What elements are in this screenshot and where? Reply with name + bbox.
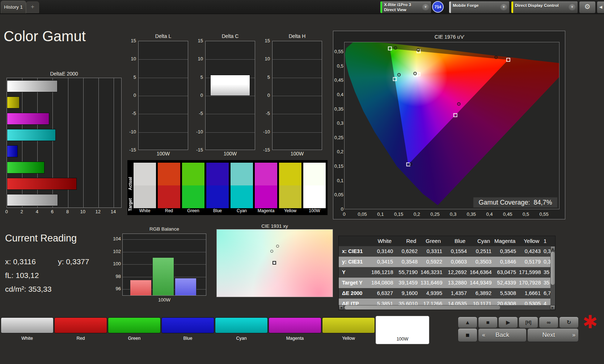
alert-asterisk-icon[interactable]: ✱ xyxy=(583,312,598,333)
swatch-target-red xyxy=(158,185,180,208)
pattern-up-button[interactable]: ▲ xyxy=(458,317,477,328)
chevron-down-icon[interactable]: ▼ xyxy=(569,4,576,10)
rgb-y-tick: 100 xyxy=(109,261,121,266)
delta-gridline xyxy=(139,132,188,133)
pattern-window-button[interactable]: ■ xyxy=(458,328,477,342)
pattern-button-yellow[interactable] xyxy=(322,317,375,333)
table-cell: 171,5998 xyxy=(519,267,544,278)
pattern-button-label: Blue xyxy=(161,336,214,341)
delta-chart-2 xyxy=(205,41,255,150)
table-vscrollbar-thumb[interactable] xyxy=(551,252,555,285)
swatch-actual-100w xyxy=(303,163,326,185)
table-scroll-right-arrow[interactable]: ► xyxy=(550,305,555,310)
delta-gridline xyxy=(273,78,322,78)
tab-history-1[interactable]: History 1 xyxy=(1,1,26,13)
table-cell: 12,2692 xyxy=(445,267,470,278)
deltae-x-tick: 6 xyxy=(48,209,56,214)
pattern-h-button[interactable]: [H] xyxy=(519,317,538,328)
settings-gear-button[interactable]: ⚙ xyxy=(579,1,596,13)
stop-button[interactable]: ■ xyxy=(478,317,498,328)
pattern-button-cyan[interactable] xyxy=(215,317,268,333)
table-cell: 9,1600 xyxy=(396,288,421,299)
pattern-button-blue[interactable] xyxy=(161,317,214,333)
deltae-bar-cyan xyxy=(7,129,56,141)
rgb-gridline xyxy=(123,239,206,240)
table-row-target-y: Target Y184,080839,1459131,646913,288014… xyxy=(339,278,550,288)
swatch-target-white xyxy=(134,185,156,208)
chevron-down-icon[interactable]: ▼ xyxy=(500,4,507,10)
table-row-label: Target Y xyxy=(339,278,371,288)
pattern-button-label: 100W xyxy=(376,337,429,342)
top-bar: History 1 + X-Rite i1Pro 3Direct View ▼ … xyxy=(0,0,604,14)
table-cell: 39,1459 xyxy=(396,278,421,288)
delta-y-tick: 10 xyxy=(258,56,270,61)
table-cell: 13,2880 xyxy=(445,278,470,288)
swatch-target-green xyxy=(182,185,204,208)
table-hscrollbar-thumb[interactable] xyxy=(345,305,500,309)
meter-label: X-Rite i1Pro 3Direct View xyxy=(384,2,411,12)
table-cell: 0,1554 xyxy=(445,246,470,257)
cie76-y-tick: 0,55 xyxy=(330,49,343,54)
measurement-table: WhiteRedGreenBlueCyanMagentaYellow1x: CI… xyxy=(338,236,556,310)
pattern-button-magenta[interactable] xyxy=(269,317,321,333)
delta-y-tick: 15 xyxy=(124,38,136,43)
delta-y-tick: 0 xyxy=(191,93,203,98)
stop-icon: ■ xyxy=(486,319,489,325)
infinite-loop-button[interactable]: ∞ xyxy=(539,317,558,328)
table-scroll-left-arrow[interactable]: ◄ xyxy=(339,305,344,310)
cie-1976-markers xyxy=(345,42,559,209)
workflow-dropdown[interactable]: Direct Display Control ▼ xyxy=(511,1,578,13)
table-scroll-up-arrow[interactable]: ▲ xyxy=(550,246,555,251)
cie76-y-tick: 0,3 xyxy=(330,120,343,126)
target-square-green xyxy=(388,47,392,50)
delta-x-label: 100W xyxy=(205,151,255,157)
pattern-button-100w[interactable]: 100W xyxy=(376,316,429,344)
chevron-down-icon[interactable]: ▼ xyxy=(422,4,429,10)
swatch-actual-magenta xyxy=(255,163,277,185)
meter-dropdown[interactable]: X-Rite i1Pro 3Direct View ▼ xyxy=(380,1,431,13)
table-col-header-green: Green xyxy=(421,236,445,246)
cie76-x-tick: 0,05 xyxy=(356,211,369,217)
swatch-label: Green xyxy=(182,208,204,213)
refresh-button[interactable]: ↻ xyxy=(559,317,579,328)
rgb-bar-blue xyxy=(175,278,197,296)
deltae-gridline xyxy=(83,78,84,207)
measured-circle-white xyxy=(414,72,417,75)
reading-cdm2: cd/m²: 353,33 xyxy=(5,285,51,294)
rgb-balance-chart xyxy=(122,234,206,296)
table-row--e-itp: ΔE ITP5,385135,601017,126614,053510,1171… xyxy=(339,299,550,305)
table-row-x-cie31: x: CIE310,31400,62620,33110,15540,25110,… xyxy=(339,246,550,257)
workflow-status-stripe xyxy=(511,1,513,13)
cie76-y-tick: 0,05 xyxy=(330,192,343,197)
delta-gridline xyxy=(206,59,255,60)
delta-y-tick: 5 xyxy=(124,74,136,80)
table-clip: WhiteRedGreenBlueCyanMagentaYellow1x: CI… xyxy=(339,236,550,305)
next-button[interactable]: Next» xyxy=(527,328,579,342)
cie76-x-tick: 0 xyxy=(338,211,351,217)
deltae-2000-chart xyxy=(7,78,122,208)
new-tab-button[interactable]: + xyxy=(26,1,39,13)
cie76-x-tick: 0,4 xyxy=(483,211,496,217)
table-cell: 146,3231 xyxy=(421,267,445,278)
cie31-measured-circle xyxy=(276,245,279,248)
rgb-y-tick: 98 xyxy=(109,274,121,279)
collapse-panel-button[interactable]: ◀ xyxy=(597,1,604,13)
pattern-button-red[interactable] xyxy=(54,317,107,333)
delta-y-tick: 15 xyxy=(258,38,270,43)
table-cell: 4,9395 xyxy=(421,288,445,299)
swatch-target-yellow xyxy=(279,185,301,208)
rgb-balance-title: RGB Balance xyxy=(122,226,206,232)
deltae-x-tick: 10 xyxy=(79,209,87,214)
table-header-row: WhiteRedGreenBlueCyanMagentaYellow1 xyxy=(339,236,550,246)
source-dropdown[interactable]: Mobile Forge ▼ xyxy=(449,1,510,13)
pattern-button-green[interactable] xyxy=(108,317,161,333)
swatch-label: Red xyxy=(158,208,180,213)
swatch-label: Magenta xyxy=(255,208,277,213)
target-square-magenta xyxy=(454,114,457,117)
swatch-label: 100W xyxy=(303,208,326,213)
table-cell: 1,4357 xyxy=(445,288,470,299)
back-button[interactable]: «Back xyxy=(478,328,527,342)
swatch-column-green xyxy=(182,163,204,208)
play-button[interactable]: ▶ xyxy=(498,317,518,328)
pattern-button-white[interactable] xyxy=(1,317,54,333)
